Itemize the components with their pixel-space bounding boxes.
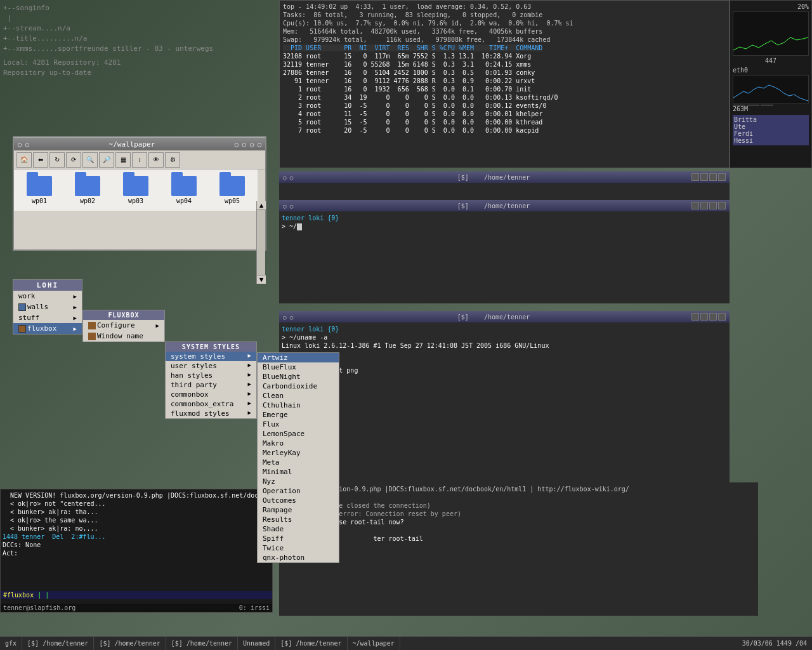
fluxmod-label: fluxmod styles [171,409,230,418]
style-carbondioxide[interactable]: Carbondioxide [258,381,339,391]
songinfo-title: +--songinfo [3,3,213,13]
wt4-btn2[interactable] [700,313,708,321]
style-blueflux[interactable]: BlueFlux [258,362,339,372]
style-flux[interactable]: Flux [258,420,339,429]
style-emerge[interactable]: Emerge [258,410,339,420]
styles-fluxmod[interactable]: fluxmod styles ▶ [166,409,256,418]
style-minimal[interactable]: Minimal [258,467,339,477]
desktop: +--songinfo | +--stream....n/a +--title.… [0,0,812,650]
style-lemonspace[interactable]: LemonSpace [258,429,339,439]
folder-wp02[interactable]: wp02 [69,176,107,204]
style-rampage[interactable]: Rampage [258,505,339,515]
wt3-btn1[interactable] [691,202,699,209]
user-hessi: Hessi [734,137,808,144]
lohi-work-arrow: ▶ [74,293,77,300]
taskbar-wallpaper-label: ~/wallpaper [353,640,395,647]
taskbar-wallpaper[interactable]: ~/wallpaper [348,637,400,650]
style-qnx-photon[interactable]: qnx-photon [258,553,339,562]
wt4-btn3[interactable] [709,313,717,321]
terminal-3-container: ○ ○ [$] /home/tenner tenner loki {0} > ~… [279,200,730,303]
style-spiff[interactable]: Spiff [258,534,339,543]
styles-system-styles[interactable]: system styles ▶ [166,352,256,361]
wt2-btn2[interactable] [700,173,708,181]
wt3-btn3[interactable] [709,202,717,209]
style-makro[interactable]: Makro [258,439,339,448]
styles-user-styles[interactable]: user styles ▶ [166,361,256,371]
fm-reload-btn[interactable]: ⟳ [66,152,81,168]
folder-wp04[interactable]: wp04 [165,176,203,204]
wt2-btn3[interactable] [709,173,717,181]
htop-terminal: top - 14:49:02 up 4:33, 1 user, load ave… [279,0,730,168]
fm-view-btn[interactable]: ▦ [115,152,131,168]
irssi-channel: #fluxbox [3,592,34,599]
irssi-status-bar: tenner@slapfish.org 0: irssi [1,604,272,612]
styles-han-styles[interactable]: han styles ▶ [166,371,256,380]
lohi-item-fluxbox[interactable]: fluxbox ▶ [13,323,82,334]
scroll-down-btn[interactable]: ▼ [257,275,266,284]
fm-prefs-btn[interactable]: ⚙ [165,152,180,168]
style-nyz[interactable]: Nyz [258,477,339,486]
folder-label-wp03: wp03 [128,197,143,204]
styles-commonbox[interactable]: commonbox ▶ [166,390,256,399]
style-twice[interactable]: Twice [258,543,339,553]
taskbar-unnamed-label: Unnamed [243,640,270,647]
lohi-fluxbox-label: fluxbox [27,324,56,333]
lohi-item-work[interactable]: work ▶ [13,291,82,302]
scroll-up-btn[interactable]: ▲ [257,201,266,210]
fm-home-btn[interactable]: 🏠 [16,152,32,168]
style-shade[interactable]: Shade [258,524,339,534]
fluxbox-configure[interactable]: Configure ▶ [83,320,164,331]
wt3-btn4[interactable] [718,202,726,209]
taskbar-term3[interactable]: [$] /home/tenner [166,637,238,650]
style-cthulhain[interactable]: Cthulhain [258,401,339,410]
style-operation[interactable]: Operation [258,486,339,496]
htop-columns: PID USER PR NI VIRT RES SHR S %CPU %MEM … [283,44,542,51]
style-outcomes[interactable]: Outcomes [258,496,339,505]
wt4-btn1[interactable] [691,313,699,321]
wt2-btn1[interactable] [691,173,699,181]
taskbar-term2[interactable]: [$] /home/tenner [94,637,166,650]
fm-zoom-in-btn[interactable]: 🔍 [82,152,98,168]
folder-icon-wp05 [219,176,245,196]
file-manager-scrollbar[interactable]: ▲ ▼ [256,201,265,284]
folder-wp01[interactable]: wp01 [20,176,58,204]
style-clean[interactable]: Clean [258,391,339,401]
fm-back-btn[interactable]: ⬅ [33,152,48,168]
htop-mem: Mem: 516464k total, 482700k used, 33764k… [283,28,542,35]
fm-refresh-btn[interactable]: ↻ [49,152,65,168]
taskbar-term1[interactable]: [$] /home/tenner [22,637,94,650]
fluxbox-window-name[interactable]: Window name [83,331,164,342]
style-results[interactable]: Results [258,515,339,524]
folder-wp03[interactable]: wp03 [117,176,155,204]
user-britta: Britta [734,116,808,123]
style-bluenight[interactable]: BlueNight [258,372,339,381]
fluxbox-configure-label: Configure [97,321,135,329]
fm-zoom-out-btn[interactable]: 🔎 [99,152,114,168]
terminal-2-titlebar: ○ ○ [$] /home/tenner [279,171,730,183]
wt4-btn4[interactable] [718,313,726,321]
taskbar-gfx[interactable]: gfx [0,637,22,650]
style-artwiz[interactable]: Artwiz [258,353,339,362]
lohi-item-walls[interactable]: walls ▶ [13,302,82,312]
wt3-btn2[interactable] [700,202,708,209]
fm-filter-btn[interactable]: 👁 [148,152,164,168]
style-merleykay[interactable]: MerleyKay [258,448,339,458]
lohi-item-stuff[interactable]: stuff ▶ [13,312,82,323]
style-meta[interactable]: Meta [258,458,339,467]
taskbar-term4[interactable]: [$] /home/tenner [275,637,347,650]
wt2-btn4[interactable] [718,173,726,181]
lohi-stuff-label: stuff [18,314,39,322]
fm-sort-btn[interactable]: ↕ [132,152,147,168]
styles-commonbox-extra[interactable]: commonbox_extra ▶ [166,399,256,409]
taskbar-unnamed[interactable]: Unnamed [238,637,275,650]
folder-wp05[interactable]: wp05 [213,176,251,204]
styles-third-party[interactable]: third party ▶ [166,380,256,390]
taskbar-term2-label: [$] /home/tenner [99,640,160,647]
chat-terminal: ...box.org/version-0.9.php |DOCS:fluxbox… [279,482,758,616]
system-styles-title: SYSTEM STYLES [166,342,256,352]
irssi-user: tenner@slapfish.org [3,604,75,611]
terminal-3-body: tenner loki {0} > ~/ [279,211,730,303]
taskbar-term1-label: [$] /home/tenner [27,640,88,647]
commonbox-extra-arrow: ▶ [248,400,251,406]
songinfo-local: Local: 4281 Repository: 4281 [3,58,213,68]
